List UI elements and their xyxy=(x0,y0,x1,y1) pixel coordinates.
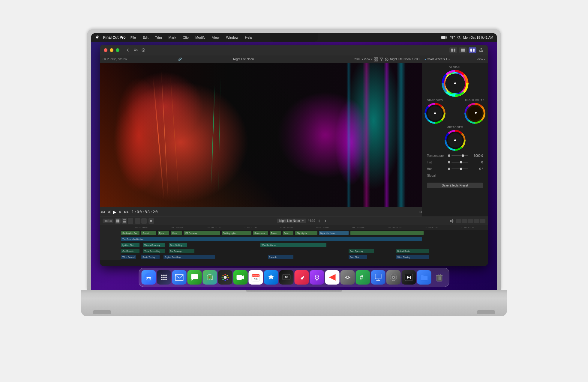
clip-swoosh[interactable]: Swoosh xyxy=(268,255,294,259)
dock-messages[interactable] xyxy=(188,270,202,285)
video-preview[interactable] xyxy=(100,63,422,207)
clip-ignition[interactable]: Ignition Start xyxy=(121,243,140,247)
tl-next-icon[interactable] xyxy=(323,219,327,223)
clip-city-nights[interactable]: City Nights xyxy=(295,231,317,235)
tl-zoom-in[interactable] xyxy=(135,218,140,224)
layout-btn-3[interactable] xyxy=(469,47,476,53)
view-options-icon[interactable] xyxy=(374,57,378,61)
dock-settings[interactable] xyxy=(340,270,355,285)
minimize-button[interactable] xyxy=(110,48,113,52)
clip-wind-blowing[interactable]: Wind Blowing xyxy=(396,255,429,259)
dock-news[interactable] xyxy=(325,270,340,285)
dock-photos[interactable] xyxy=(218,270,232,285)
clip-drive-lifetime[interactable]: The Drive of a Lifetime xyxy=(121,237,422,241)
dock-maps[interactable] xyxy=(203,270,217,285)
dock-system-prefs[interactable] xyxy=(386,270,401,285)
midtones-color-wheel[interactable] xyxy=(445,130,466,151)
maximize-button[interactable] xyxy=(116,48,119,52)
tl-r5[interactable] xyxy=(480,219,485,223)
clip-waves[interactable]: Waves Crashing xyxy=(143,243,165,247)
menu-mark[interactable]: Mark xyxy=(167,35,178,40)
view-chevron-icon[interactable] xyxy=(483,58,485,61)
dock-keynote[interactable] xyxy=(371,270,386,285)
shadows-color-wheel[interactable] xyxy=(424,103,446,124)
dock-trash[interactable] xyxy=(432,270,447,285)
close-button[interactable] xyxy=(104,48,107,52)
highlights-color-wheel[interactable] xyxy=(464,103,485,124)
clip-wind-swoosh[interactable]: Wind Swoosh xyxy=(121,255,136,259)
tl-r4[interactable] xyxy=(474,219,479,223)
clip-distant-radio[interactable]: Distant Radio xyxy=(396,249,429,253)
color-view-btn[interactable]: View xyxy=(477,58,483,61)
menu-window[interactable]: Window xyxy=(224,35,240,40)
menu-clip[interactable]: Clip xyxy=(181,35,190,40)
search-icon[interactable] xyxy=(457,36,461,39)
dock-podcasts[interactable] xyxy=(310,270,324,285)
clip-skyscraper[interactable]: Skyscraper xyxy=(253,231,268,235)
save-effects-preset-btn[interactable]: Save Effects Preset xyxy=(427,183,483,188)
clip-engine-rumbling[interactable]: Engine Rumbling xyxy=(164,255,215,259)
clip-wind-ambiance[interactable]: Wind Ambiance xyxy=(260,243,326,247)
share-icon[interactable] xyxy=(478,47,484,53)
clip-gear[interactable]: Gear Shifting xyxy=(169,243,187,247)
clip-tires[interactable]: Tires Screeching xyxy=(143,249,165,253)
key-icon[interactable] xyxy=(133,47,139,53)
layout-btn-1[interactable] xyxy=(449,47,457,53)
tl-prev-icon[interactable] xyxy=(317,219,321,223)
play-btn[interactable]: ▶ xyxy=(113,210,116,214)
menu-trim[interactable]: Trim xyxy=(153,35,164,40)
clip-sunset[interactable]: Sunset xyxy=(141,231,156,235)
clip-starting-car[interactable]: Starting the Car xyxy=(121,231,140,235)
step-fwd-btn[interactable]: |▶ xyxy=(119,210,122,213)
menu-edit[interactable]: Edit xyxy=(141,35,150,40)
apple-icon[interactable] xyxy=(95,35,99,40)
clip-door-opening[interactable]: Door Opening xyxy=(349,249,374,253)
dock-music[interactable] xyxy=(295,270,309,285)
dock-tv[interactable]: tv xyxy=(279,270,294,285)
dock-app-store[interactable] xyxy=(264,270,278,285)
tl-r2[interactable] xyxy=(462,219,467,223)
dock-launchpad[interactable] xyxy=(157,270,171,285)
dock-final-cut[interactable] xyxy=(402,270,416,285)
dock-calendar[interactable]: 18October xyxy=(249,270,263,285)
ffwd-btn[interactable]: ▶▶ xyxy=(124,210,129,213)
menu-help[interactable]: Help xyxy=(243,35,254,40)
tl-r1[interactable] xyxy=(456,219,461,223)
menu-file[interactable]: File xyxy=(129,35,138,40)
tl-icon-1[interactable] xyxy=(115,218,121,224)
clip-radio-tuning[interactable]: Radio Tuning xyxy=(141,255,160,259)
tl-icon-2[interactable] xyxy=(122,218,127,224)
layout-btn-2[interactable] xyxy=(459,47,467,53)
check-icon[interactable] xyxy=(140,47,146,53)
filter-icon[interactable] xyxy=(379,57,383,61)
chevron-down-icon[interactable] xyxy=(448,58,450,61)
clip-drive[interactable]: Drive xyxy=(283,231,294,235)
clip-car-passing[interactable]: Car Passing xyxy=(169,249,195,253)
clip-eyes[interactable]: Eyes xyxy=(158,231,169,235)
menu-view[interactable]: View xyxy=(210,35,221,40)
tl-zoom-out[interactable] xyxy=(141,218,147,224)
menu-modify[interactable]: Modify xyxy=(194,35,207,40)
dock-finder[interactable] xyxy=(142,270,156,285)
app-name[interactable]: Final Cut Pro xyxy=(103,35,126,40)
temp-slider[interactable] xyxy=(452,155,468,156)
info-circle-icon[interactable] xyxy=(385,57,389,61)
clip-car-rumble[interactable]: Car Rumble xyxy=(121,249,140,253)
step-back-btn[interactable]: ◀| xyxy=(107,210,111,213)
rewind-btn[interactable]: ◀◀ xyxy=(100,210,105,213)
index-btn[interactable]: Index xyxy=(103,219,113,223)
dock-numbers[interactable]: # xyxy=(356,270,370,285)
volume-icon[interactable] xyxy=(450,219,454,223)
clip-trailing-lights[interactable]: Trailing Lights xyxy=(222,231,251,235)
clip-door-shut[interactable]: Door Shut xyxy=(349,255,367,259)
dock-mail[interactable] xyxy=(172,270,187,285)
back-icon[interactable] xyxy=(125,47,131,53)
fullscreen-btn[interactable]: ⊡ xyxy=(419,210,422,213)
clip-extra[interactable] xyxy=(350,231,424,235)
tl-clip-icon[interactable] xyxy=(148,218,154,224)
clip-tunnel[interactable]: Tunnel xyxy=(270,231,281,235)
clip-night-life-neon[interactable]: Night Life Neon xyxy=(319,231,349,235)
dock-facetime[interactable] xyxy=(233,270,248,285)
clip-mirror[interactable]: Mirror xyxy=(171,231,182,235)
tint-slider[interactable] xyxy=(452,162,468,163)
